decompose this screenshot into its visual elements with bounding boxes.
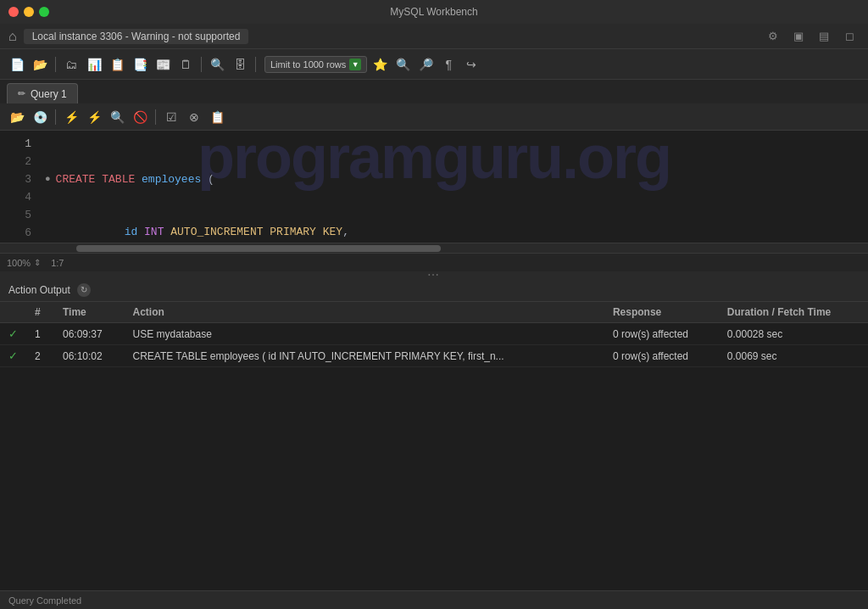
- query-toolbar: 📂 💿 ⚡ ⚡ 🔍 🚫 ☑ ⊗ 📋: [0, 103, 868, 131]
- limit-dropdown-arrow[interactable]: ▼: [349, 59, 361, 70]
- cursor-position: 1:7: [51, 258, 64, 268]
- horizontal-scrollbar-thumb[interactable]: [76, 245, 441, 252]
- open-file-button[interactable]: 📂: [30, 54, 50, 75]
- layout-icon[interactable]: ▣: [788, 26, 809, 47]
- tab-label: Query 1: [31, 88, 67, 100]
- status-text: Query Completed: [8, 595, 81, 606]
- table-row: ✓ 2 06:10:02 CREATE TABLE employees ( id…: [0, 345, 868, 367]
- db-button[interactable]: 🗄: [230, 54, 250, 75]
- toolbar-separator3: [255, 57, 256, 72]
- toggle-action-button[interactable]: ☑: [161, 107, 181, 127]
- row1-status: ✓: [0, 323, 26, 345]
- table3-button[interactable]: 📑: [130, 54, 150, 75]
- new-file-button[interactable]: 📄: [7, 54, 27, 75]
- output-table-body: ✓ 1 06:09:37 USE mydatabase 0 row(s) aff…: [0, 323, 868, 367]
- window-title: MySQL Workbench: [390, 6, 477, 18]
- minimize-button[interactable]: [24, 7, 34, 17]
- row2-action: CREATE TABLE employees ( id INT AUTO_INC…: [124, 345, 604, 367]
- query-button[interactable]: 🔍: [207, 54, 227, 75]
- wrap-button[interactable]: ↪: [461, 54, 481, 75]
- settings-icon[interactable]: ⚙: [763, 26, 783, 47]
- instance-label[interactable]: Local instance 3306 - Warning - not supp…: [24, 29, 249, 44]
- query-tab[interactable]: ✏ Query 1: [7, 83, 78, 103]
- table-row: ✓ 1 06:09:37 USE mydatabase 0 row(s) aff…: [0, 323, 868, 345]
- open-script-button[interactable]: 📂: [7, 107, 27, 127]
- output-refresh-button[interactable]: ↻: [77, 283, 91, 297]
- editor-area: 📂 💿 ⚡ ⚡ 🔍 🚫 ☑ ⊗ 📋 1 2 3 4 5 6 7 ● CREATE…: [0, 103, 868, 271]
- row2-num: 2: [26, 345, 54, 367]
- table-header-row: # Time Action Response Duration / Fetch …: [0, 302, 868, 323]
- limit-label: Limit to 1000 rows: [270, 59, 346, 70]
- title-bar: MySQL Workbench: [0, 0, 868, 24]
- execute-current-button[interactable]: ⚡: [84, 107, 104, 127]
- line-number-1: 1: [0, 136, 38, 154]
- window-controls: [0, 7, 49, 17]
- layout3-icon[interactable]: ◻: [839, 26, 860, 47]
- zoom-arrows[interactable]: ⇕: [34, 258, 41, 267]
- row2-duration: 0.0069 sec: [719, 345, 868, 367]
- col-duration: Duration / Fetch Time: [719, 302, 868, 323]
- find-button[interactable]: 🔎: [415, 54, 436, 75]
- empty-area: [0, 422, 868, 590]
- code-content[interactable]: ● CREATE TABLE employees ( id INT AUTO_I…: [38, 131, 868, 243]
- tab-icon: ✏: [18, 88, 25, 99]
- row1-action: USE mydatabase: [124, 323, 604, 345]
- check-icon: ✓: [8, 349, 18, 362]
- line-number-2: 2: [0, 154, 38, 171]
- row1-time: 06:09:37: [54, 323, 124, 345]
- toolbar-separator2: [201, 57, 202, 72]
- nav-bar: ⌂ Local instance 3306 - Warning - not su…: [0, 24, 868, 49]
- save-script-button[interactable]: 💿: [30, 107, 50, 127]
- execute-button[interactable]: ⚡: [61, 107, 81, 127]
- output-header: Action Output ↻: [0, 278, 868, 302]
- table-button[interactable]: 📊: [84, 54, 104, 75]
- editor-status-bar: 100% ⇕ 1:7: [0, 253, 868, 271]
- code-line-1: ● CREATE TABLE employees (: [45, 171, 861, 189]
- check-icon: ✓: [8, 327, 18, 340]
- layout2-icon[interactable]: ▤: [814, 26, 834, 47]
- explain-button[interactable]: 🔍: [107, 107, 127, 127]
- main-toolbar: 📄 📂 🗂 📊 📋 📑 📰 🗒 🔍 🗄 Limit to 1000 rows ▼…: [0, 49, 868, 80]
- col-response: Response: [604, 302, 719, 323]
- line-number-5: 5: [0, 207, 38, 225]
- output-panel: Action Output ↻ # Time Action Response D…: [0, 278, 868, 422]
- qtoolbar-sep2: [155, 109, 156, 125]
- zoom-control[interactable]: 100% ⇕: [7, 258, 41, 268]
- line-numbers: 1 2 3 4 5 6 7: [0, 131, 38, 243]
- schema-inspector-button[interactable]: 🗂: [61, 54, 81, 75]
- output-table[interactable]: # Time Action Response Duration / Fetch …: [0, 302, 868, 422]
- search-button[interactable]: 🔍: [392, 54, 413, 75]
- toolbar-separator: [55, 57, 56, 72]
- row1-num: 1: [26, 323, 54, 345]
- results-table: # Time Action Response Duration / Fetch …: [0, 302, 868, 367]
- home-icon[interactable]: ⌂: [8, 29, 17, 44]
- bottom-status-bar: Query Completed: [0, 590, 868, 609]
- table5-button[interactable]: 🗒: [175, 54, 196, 75]
- star-button[interactable]: ⭐: [370, 54, 390, 75]
- row2-status: ✓: [0, 345, 26, 367]
- code-editor[interactable]: 1 2 3 4 5 6 7 ● CREATE TABLE employees (…: [0, 131, 868, 243]
- limit-rows-select[interactable]: Limit to 1000 rows ▼: [264, 56, 367, 73]
- output-title: Action Output: [8, 284, 70, 296]
- table4-button[interactable]: 📰: [153, 54, 173, 75]
- table2-button[interactable]: 📋: [107, 54, 127, 75]
- line-number-3: 3: [0, 171, 38, 189]
- zoom-value: 100%: [7, 258, 31, 268]
- para-button[interactable]: ¶: [438, 54, 459, 75]
- row1-response: 0 row(s) affected: [604, 323, 719, 345]
- editor-scrollbar[interactable]: [0, 243, 868, 253]
- line-number-6: 6: [0, 225, 38, 243]
- beautify-button[interactable]: 📋: [207, 107, 227, 127]
- col-status: [0, 302, 26, 323]
- row2-time: 06:10:02: [54, 345, 124, 367]
- close-button[interactable]: [8, 7, 19, 17]
- qtoolbar-sep1: [55, 109, 56, 125]
- col-time: Time: [54, 302, 124, 323]
- row2-response: 0 row(s) affected: [604, 345, 719, 367]
- resize-handle[interactable]: ⋯: [0, 271, 868, 278]
- cancel-action-button[interactable]: ⊗: [184, 107, 204, 127]
- stop-button[interactable]: 🚫: [130, 107, 150, 127]
- code-line-2: id INT AUTO_INCREMENT PRIMARY KEY,: [45, 224, 861, 242]
- maximize-button[interactable]: [39, 7, 49, 17]
- line-number-4: 4: [0, 189, 38, 207]
